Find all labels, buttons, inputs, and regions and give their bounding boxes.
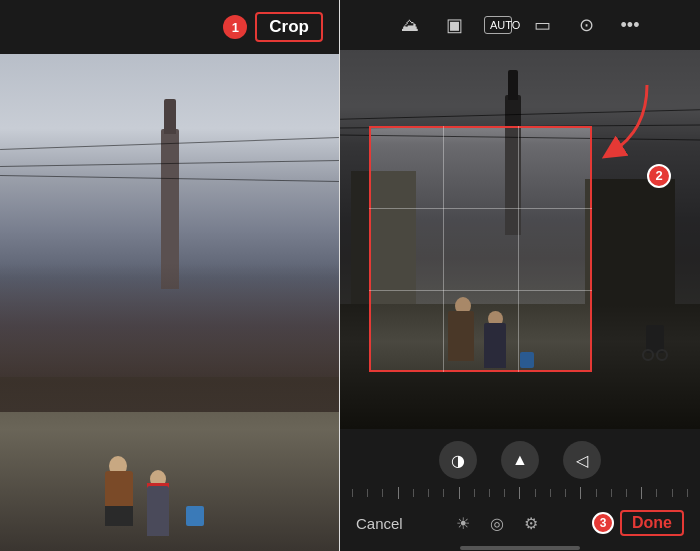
- step-2-badge: 2: [647, 164, 671, 188]
- crop-grid-h1: [369, 208, 592, 209]
- tick: [489, 489, 490, 497]
- person-1: [95, 436, 145, 526]
- flip-icon: ◁: [576, 451, 588, 470]
- tick: [687, 489, 688, 497]
- tick: [352, 489, 353, 497]
- done-button[interactable]: Done: [620, 510, 684, 536]
- blue-bag: [186, 506, 204, 526]
- tick-big: [459, 487, 460, 499]
- crop-rectangle[interactable]: [369, 126, 592, 372]
- step-1-badge: 1: [223, 15, 247, 39]
- person-2: [142, 456, 182, 536]
- tick: [596, 489, 597, 497]
- crop-grid-v2: [518, 126, 519, 372]
- step-3-badge: 3: [592, 512, 614, 534]
- right-panel: ⛰ ▣ AUTO ▭ ⊙ •••: [340, 0, 700, 551]
- slider-ticks: [340, 485, 700, 501]
- tick: [382, 489, 383, 497]
- arrow-annotation: [597, 80, 657, 160]
- tick: [565, 489, 566, 497]
- person-2-body: [147, 486, 169, 536]
- tick-center: [519, 487, 520, 499]
- left-header: 1 Crop: [0, 0, 339, 54]
- tick: [656, 489, 657, 497]
- tick-big: [398, 487, 399, 499]
- flip-button[interactable]: ◁: [563, 441, 601, 479]
- tick: [367, 489, 368, 497]
- right-toolbar: ⛰ ▣ AUTO ▭ ⊙ •••: [340, 0, 700, 50]
- effect-icons-row: ◑ ▲ ◁: [340, 435, 700, 485]
- auto-button[interactable]: AUTO: [484, 16, 512, 34]
- left-panel: 1 Crop: [0, 0, 340, 551]
- tune-icon[interactable]: ⚙: [524, 514, 538, 533]
- bottom-action-bar: Cancel ☀ ◎ ⚙ 3 Done: [340, 501, 700, 545]
- tick: [413, 489, 414, 497]
- home-indicator: [340, 545, 700, 551]
- tick: [504, 489, 505, 497]
- brightness-button[interactable]: ◑: [439, 441, 477, 479]
- tick: [443, 489, 444, 497]
- done-container: 3 Done: [592, 510, 684, 536]
- right-image-area: 2: [340, 50, 700, 429]
- tick-big: [641, 487, 642, 499]
- tick-big: [580, 487, 581, 499]
- crop-grid-h2: [369, 290, 592, 291]
- arrow-svg: [597, 80, 657, 160]
- face-icon[interactable]: ◎: [490, 514, 504, 533]
- rotate-icon[interactable]: ⊙: [572, 14, 600, 36]
- home-bar: [460, 546, 580, 550]
- people-crowd-left: [0, 263, 339, 412]
- person-1-legs: [105, 506, 133, 526]
- crop-dim-bottom: [340, 372, 700, 429]
- tick: [474, 489, 475, 497]
- left-image: [0, 54, 339, 551]
- tick: [611, 489, 612, 497]
- tick: [626, 489, 627, 497]
- crop-grid-v1: [443, 126, 444, 372]
- crop-dim-left: [340, 126, 369, 372]
- right-controls: ◑ ▲ ◁: [340, 429, 700, 551]
- triangle-icon: ▲: [512, 451, 528, 469]
- tick: [550, 489, 551, 497]
- cancel-button[interactable]: Cancel: [356, 515, 403, 532]
- more-icon[interactable]: •••: [616, 15, 644, 36]
- contrast-button[interactable]: ▲: [501, 441, 539, 479]
- tick: [428, 489, 429, 497]
- tick: [535, 489, 536, 497]
- tick: [672, 489, 673, 497]
- crop-button[interactable]: Crop: [255, 12, 323, 42]
- grid-icon[interactable]: ▣: [440, 14, 468, 36]
- bottom-center-icons: ☀ ◎ ⚙: [456, 514, 538, 533]
- half-circle-icon: ◑: [451, 451, 465, 470]
- sun-icon[interactable]: ☀: [456, 514, 470, 533]
- mountains-icon[interactable]: ⛰: [396, 15, 424, 36]
- crop-ratio-icon[interactable]: ▭: [528, 14, 556, 36]
- crop-dim-right: [592, 126, 700, 372]
